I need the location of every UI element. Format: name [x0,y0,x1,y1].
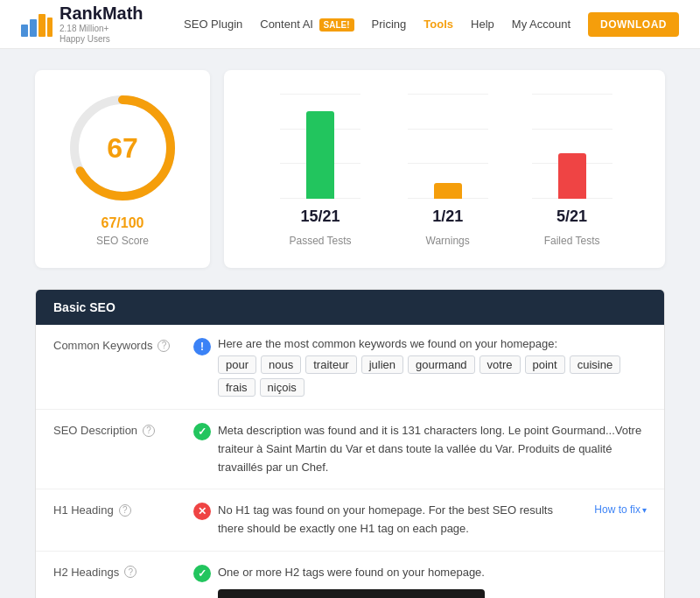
common-keywords-content: ! Here are the most common keywords we f… [193,337,647,397]
keyword-tag: cuisine [570,355,620,374]
failed-bar [558,153,586,199]
nav-seo-plugin[interactable]: SEO Plugin [184,18,242,31]
passed-value: 15/21 [301,208,340,226]
success-icon: ✓ [193,423,211,440]
seo-score-value: 67/100 [102,215,144,231]
logo-text-block: RankMath 2.18 Million+Happy Users [60,4,144,45]
h1-how-to-fix[interactable]: How to fix ▾ [559,502,647,516]
nav-my-account[interactable]: My Account [512,18,570,31]
seo-description-content: ✓ Meta description was found and it is 1… [193,422,647,476]
keywords-list: pour nous traiteur julien gourmand votre… [218,355,647,397]
keyword-tag: gourmand [408,355,475,374]
row-seo-description: SEO Description ? ✓ Meta description was… [36,410,664,489]
failed-value: 5/21 [556,208,587,226]
rankmath-logo-icon [21,12,52,37]
logo-name: RankMath [60,4,144,24]
sale-badge: SALE! [319,18,354,32]
help-icon-h1[interactable]: ? [119,504,131,517]
keyword-tag: votre [480,355,521,374]
warnings-value: 1/21 [432,208,463,226]
seo-score-card: 67 67/100 SEO Score [35,70,210,268]
success-icon-h2: ✓ [193,565,211,582]
keyword-tag: traiteur [305,355,356,374]
common-keywords-label: Common Keywords ? [53,337,193,352]
info-icon: ! [193,338,211,355]
logo[interactable]: RankMath 2.18 Million+Happy Users [21,4,144,45]
score-section: 67 67/100 SEO Score 15/21 [0,49,700,289]
warnings-label: Warnings [426,235,470,247]
basic-seo-title: Basic SEO [53,300,116,314]
keyword-tag: frais [218,378,256,397]
passed-label: Passed Tests [289,235,351,247]
row-common-keywords: Common Keywords ? ! Here are the most co… [36,325,664,410]
svg-rect-3 [47,18,52,37]
failed-bar-wrapper [558,94,586,199]
basic-seo-header: Basic SEO [36,290,664,325]
score-cards-row: 67 67/100 SEO Score 15/21 [35,70,665,268]
h2-headings-label: H2 Headings ? [53,564,193,579]
logo-tagline: 2.18 Million+Happy Users [60,24,144,45]
warnings-bar [434,183,462,199]
passed-bar [306,111,334,199]
nav-pricing[interactable]: Pricing [372,18,407,31]
failed-tests-stat: 5/21 Failed Tests [544,94,600,247]
seo-description-label: SEO Description ? [53,422,193,437]
svg-rect-1 [30,19,37,37]
passed-tests-stat: 15/21 Passed Tests [289,94,351,247]
download-button[interactable]: DOWNLOAD [588,12,679,37]
chevron-down-icon: ▾ [642,505,647,515]
warnings-bar-wrapper [434,94,462,199]
donut-number: 67 [107,134,138,162]
basic-seo-section: Basic SEO Common Keywords ? ! Here are t… [35,289,665,598]
nav-help[interactable]: Help [471,18,494,31]
h1-heading-content: ✕ No H1 tag was found on your homepage. … [193,502,559,538]
warnings-stat: 1/21 Warnings [426,94,470,247]
help-icon-h2[interactable]: ? [124,566,136,578]
error-icon: ✕ [193,503,211,520]
help-icon-seo-description[interactable]: ? [143,425,155,437]
keyword-tag: niçois [260,378,304,397]
donut-center: 67 [107,134,138,162]
h2-list-box: Traiteur-Le point gourmand... Votre trai… [218,589,485,598]
nav-content-ai[interactable]: Content AI SALE! [260,18,354,31]
keyword-tag: point [525,355,565,374]
keyword-tag: nous [261,355,301,374]
svg-rect-0 [21,25,28,37]
row-h1-heading: H1 Heading ? ✕ No H1 tag was found on yo… [36,489,664,552]
main-nav: SEO Plugin Content AI SALE! Pricing Tool… [184,12,679,37]
h1-heading-label: H1 Heading ? [53,502,193,517]
seo-score-text: SEO Score [96,235,149,247]
keyword-tag: pour [218,355,256,374]
keyword-tag: julien [361,355,403,374]
nav-tools[interactable]: Tools [424,18,453,31]
help-icon-common-keywords[interactable]: ? [158,340,170,352]
failed-label: Failed Tests [544,235,600,247]
header: RankMath 2.18 Million+Happy Users SEO Pl… [0,0,700,49]
row-h2-headings: H2 Headings ? ✓ One or more H2 tags were… [36,552,664,598]
h2-headings-content: ✓ One or more H2 tags were found on your… [193,564,647,598]
passed-bar-wrapper [306,94,334,199]
svg-rect-2 [38,14,46,37]
bar-charts-card: 15/21 Passed Tests 1/21 Warnings [224,70,665,268]
donut-chart: 67 [66,91,179,205]
